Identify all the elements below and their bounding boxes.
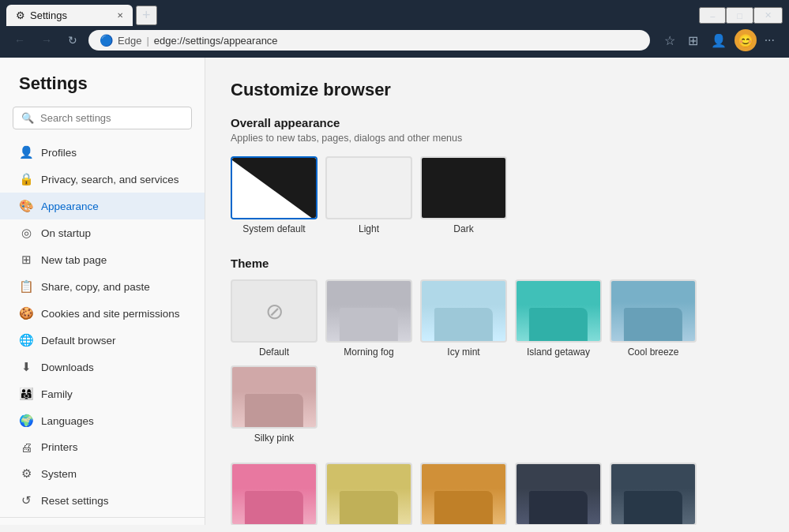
- overall-appearance-section: Overall appearance Applies to new tabs, …: [231, 116, 764, 234]
- sidebar-item-label: Reset settings: [41, 495, 109, 507]
- sidebar-item-label: Downloads: [41, 362, 94, 373]
- dark-preview: [420, 156, 507, 219]
- themes-row-1: ⊘ Default Morning fog Icy mint: [231, 279, 764, 444]
- default-theme-preview: ⊘: [231, 279, 317, 343]
- sidebar-item-label: Privacy, search, and services: [41, 174, 179, 185]
- sidebar-item-label: Cookies and site permissions: [41, 308, 180, 320]
- silky-pink-preview: [231, 365, 317, 429]
- back-button[interactable]: ←: [9, 31, 30, 50]
- new-tab-button[interactable]: +: [136, 6, 157, 25]
- sidebar-item-label: Family: [41, 388, 73, 400]
- sidebar-item-newtab[interactable]: ⊞ New tab page: [0, 246, 205, 273]
- appearance-icon: 🎨: [19, 199, 33, 213]
- theme-card-silky-pink[interactable]: Silky pink: [231, 365, 317, 444]
- close-button[interactable]: ✕: [753, 7, 783, 24]
- dark-label: Dark: [453, 223, 473, 234]
- sidebar-item-system[interactable]: ⚙ System: [0, 460, 205, 487]
- sidebar-item-startup[interactable]: ◎ On startup: [0, 219, 205, 246]
- active-tab[interactable]: ⚙ Settings ✕: [6, 5, 133, 26]
- theme-section-title: Theme: [231, 257, 764, 270]
- tab-close-button[interactable]: ✕: [117, 11, 123, 20]
- edge-icon: 🔵: [100, 34, 113, 47]
- sidebar-item-downloads[interactable]: ⬇ Downloads: [0, 354, 205, 380]
- sidebar-item-label: Printers: [41, 441, 78, 453]
- maximize-button[interactable]: □: [726, 7, 753, 24]
- light-preview: [325, 156, 412, 219]
- sidebar-item-label: Share, copy, and paste: [41, 281, 150, 293]
- theme-card-morning-fog[interactable]: Morning fog: [325, 279, 412, 358]
- startup-icon: ◎: [19, 226, 33, 240]
- address-bar: ← → ↻ 🔵 Edge | edge://settings/appearanc…: [0, 26, 789, 58]
- sidebar-item-label: System: [41, 468, 77, 480]
- family-icon: 👨‍👩‍👧: [19, 387, 33, 401]
- theme-card-mango-paradise[interactable]: Mango paradise: [420, 463, 507, 525]
- languages-icon: 🌍: [19, 414, 33, 428]
- sidebar-item-default[interactable]: 🌐 Default browser: [0, 327, 205, 354]
- theme-card-cool-slate[interactable]: Cool slate: [610, 463, 697, 525]
- url-domain: Edge: [118, 35, 141, 47]
- url-path: edge://settings/appearance: [154, 35, 278, 47]
- theme-card-sunny-day[interactable]: Sunny day: [325, 463, 412, 525]
- sidebar-item-label: Profiles: [41, 147, 77, 159]
- sidebar-item-family[interactable]: 👨‍👩‍👧 Family: [0, 380, 205, 407]
- theme-card-icy-mint[interactable]: Icy mint: [420, 279, 507, 358]
- dark-stormy-preview: [515, 463, 602, 525]
- appearance-card-system-default[interactable]: System default: [231, 156, 317, 234]
- profiles-icon: 👤: [19, 145, 33, 159]
- tab-icon: ⚙: [16, 9, 25, 21]
- privacy-icon: 🔒: [19, 172, 33, 186]
- sidebar-title: Settings: [0, 67, 205, 107]
- minimize-button[interactable]: –: [699, 7, 726, 24]
- silky-pink-label: Silky pink: [254, 433, 295, 444]
- cookies-icon: 🍪: [19, 306, 33, 320]
- account-icon[interactable]: 👤: [706, 29, 731, 51]
- island-getaway-preview: [515, 279, 602, 343]
- system-icon: ⚙: [19, 466, 33, 481]
- search-input[interactable]: [40, 112, 183, 124]
- theme-card-dark-stormy[interactable]: Dark & stormy: [515, 463, 602, 525]
- sidebar: Settings 🔍 👤 Profiles 🔒 Privacy, search,…: [0, 58, 205, 525]
- cool-breeze-label: Cool breeze: [628, 347, 679, 358]
- sidebar-item-printers[interactable]: 🖨 Printers: [0, 434, 205, 460]
- theme-card-bubblegum[interactable]: Bubblegum: [231, 463, 317, 525]
- theme-card-default[interactable]: ⊘ Default: [231, 279, 317, 358]
- refresh-button[interactable]: ↻: [63, 31, 82, 50]
- favorites-icon[interactable]: ☆: [659, 29, 680, 51]
- theme-card-island-getaway[interactable]: Island getaway: [515, 279, 602, 358]
- sidebar-item-appearance[interactable]: 🎨 Appearance: [0, 193, 205, 219]
- content-area: Customize browser Overall appearance App…: [205, 58, 789, 525]
- default-icon: 🌐: [19, 333, 33, 347]
- appearance-options-grid: System default Light Dark: [231, 156, 764, 234]
- collections-icon[interactable]: ⊞: [683, 29, 703, 51]
- sidebar-item-cookies[interactable]: 🍪 Cookies and site permissions: [0, 300, 205, 327]
- appearance-card-light[interactable]: Light: [325, 156, 412, 234]
- url-bar[interactable]: 🔵 Edge | edge://settings/appearance: [88, 30, 650, 51]
- sunny-day-preview: [325, 463, 412, 525]
- overall-section-subtitle: Applies to new tabs, pages, dialogs and …: [231, 133, 764, 144]
- light-label: Light: [359, 223, 379, 234]
- sidebar-item-profiles[interactable]: 👤 Profiles: [0, 139, 205, 166]
- system-default-label: System default: [242, 223, 305, 234]
- sidebar-item-share[interactable]: 📋 Share, copy, and paste: [0, 273, 205, 300]
- appearance-card-dark[interactable]: Dark: [420, 156, 507, 234]
- forward-button[interactable]: →: [36, 31, 57, 50]
- sidebar-item-languages[interactable]: 🌍 Languages: [0, 407, 205, 434]
- profile-avatar[interactable]: 😊: [735, 29, 757, 51]
- sidebar-item-privacy[interactable]: 🔒 Privacy, search, and services: [0, 166, 205, 193]
- url-separator: |: [146, 35, 148, 47]
- system-default-preview: [231, 156, 317, 219]
- tab-bar: ⚙ Settings ✕ + – □ ✕: [0, 0, 789, 26]
- more-button[interactable]: ···: [760, 29, 780, 51]
- search-box[interactable]: 🔍: [13, 107, 192, 129]
- sidebar-item-reset[interactable]: ↺ Reset settings: [0, 487, 205, 514]
- sidebar-item-phone[interactable]: 📱 Phone and other devices: [0, 521, 205, 525]
- tab-title: Settings: [30, 9, 67, 21]
- icy-mint-label: Icy mint: [447, 347, 479, 358]
- icy-mint-preview: [420, 279, 507, 343]
- cool-breeze-preview: [610, 279, 697, 343]
- morning-fog-label: Morning fog: [344, 347, 393, 358]
- theme-card-cool-breeze[interactable]: Cool breeze: [610, 279, 697, 358]
- default-theme-label: Default: [259, 347, 289, 358]
- window-controls: – □ ✕: [699, 7, 783, 24]
- sidebar-item-label: On startup: [41, 227, 91, 239]
